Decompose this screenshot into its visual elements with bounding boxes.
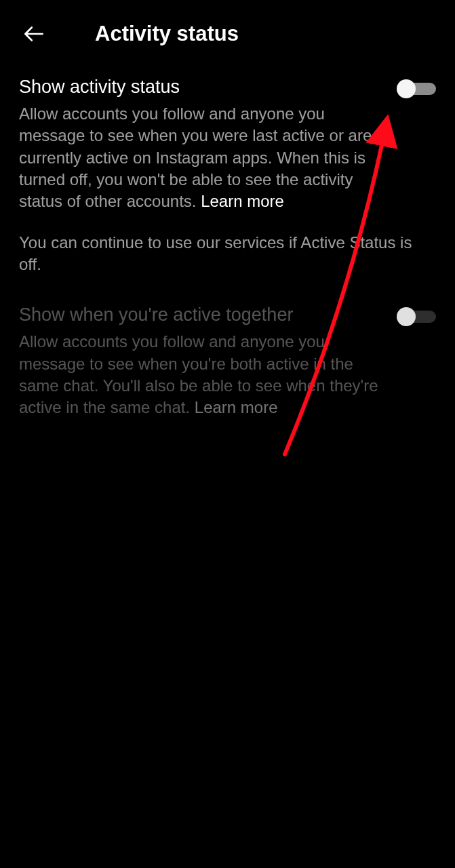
setting-description: Allow accounts you follow and anyone you… <box>19 104 372 211</box>
show-activity-toggle[interactable] <box>397 79 436 99</box>
learn-more-link[interactable]: Learn more <box>201 192 284 210</box>
back-button[interactable] <box>19 19 49 49</box>
toggle-knob <box>397 307 416 326</box>
setting-active-together: Show when you're active together Allow a… <box>19 304 436 418</box>
content: Show activity status Allow accounts you … <box>0 62 455 419</box>
toggle-knob <box>397 79 416 98</box>
setting-title: Show when you're active together <box>19 304 380 327</box>
header: Activity status <box>0 0 455 62</box>
setting-title: Show activity status <box>19 76 380 99</box>
learn-more-link[interactable]: Learn more <box>195 398 278 416</box>
page-title: Activity status <box>95 22 239 46</box>
service-note: You can continue to use our services if … <box>19 232 436 276</box>
setting-show-activity-status: Show activity status Allow accounts you … <box>19 76 436 275</box>
back-arrow-icon <box>21 21 47 47</box>
active-together-toggle[interactable] <box>397 307 436 327</box>
